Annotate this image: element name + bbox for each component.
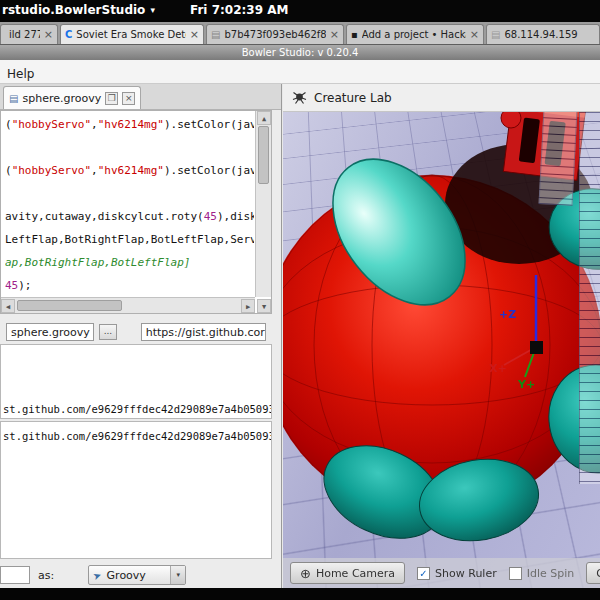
tab-favicon-icon: ▤: [211, 29, 220, 40]
vertical-scrollbar[interactable]: [255, 111, 271, 297]
creature-lab-title: Creature Lab: [314, 91, 392, 105]
app-menu-label: rstudio.BowlerStudio: [2, 3, 145, 17]
code-line: LeftFlap,BotRightFlap,BotLeftFlap,ServoF…: [5, 228, 254, 251]
app-menu[interactable]: rstudio.BowlerStudio ▾: [2, 3, 155, 17]
os-top-bar: rstudio.BowlerStudio ▾ Fri 7:02:39 AM: [0, 0, 600, 22]
script-editor-panel: ▤ sphere.groovy ❐ × ("hobbyServo","hv621…: [0, 84, 282, 588]
bottom-bar: [0, 588, 600, 600]
axis-label-z: +Z: [499, 308, 516, 321]
browser-tab[interactable]: ▪ Add a project • Hackada ×: [346, 24, 484, 44]
ruler-object: [539, 112, 578, 206]
code-line: [5, 182, 254, 205]
editor-tab-label: sphere.groovy: [22, 92, 101, 105]
scrollbar-thumb[interactable]: [258, 126, 269, 184]
tab-favicon-icon: ▪: [351, 29, 358, 40]
groovy-icon: ➤: [92, 568, 103, 581]
filename-input[interactable]: sphere.groovy: [6, 323, 94, 341]
ruler-object: [579, 112, 600, 484]
tab-favicon-icon: ▤: [491, 29, 500, 40]
language-value: Groovy: [107, 569, 146, 582]
code-line: 45);: [5, 274, 254, 296]
scroll-right-icon[interactable]: ▶: [241, 299, 255, 313]
show-ruler-option[interactable]: ✓ Show Ruler: [417, 567, 497, 580]
window-title: Bowler Studio: v 0.20.4: [242, 47, 359, 58]
restore-window-icon[interactable]: ❐: [105, 92, 118, 105]
code-lines: ("hobbyServo","hv6214mg").setColor(javaf…: [5, 113, 254, 296]
browser-tab[interactable]: ▤ b7b473f093eb462f82e ×: [206, 24, 344, 44]
bowler-studio-screen: rstudio.BowlerStudio ▾ Fri 7:02:39 AM il…: [0, 0, 600, 600]
scroll-left-icon[interactable]: ◀: [1, 299, 15, 313]
origin-cube: [530, 341, 543, 354]
tab-close-icon[interactable]: ×: [470, 28, 479, 41]
code-line: avity,cutaway,diskcylcut.roty(45),diskcy…: [5, 205, 254, 228]
code-line: ap,BotRightFlap,BotLeftFlap]: [5, 251, 254, 274]
script-file-icon: ▤: [9, 93, 18, 104]
3d-viewport[interactable]: +Z X+ Y+ ⊕ Home Camera ✓ Show Ruler Idle…: [283, 112, 600, 588]
creature-lab-panel: Creature Lab: [283, 84, 600, 588]
menu-bar: Help: [0, 60, 600, 84]
tab-label: 68.114.94.159: [504, 29, 577, 40]
tab-favicon-icon: C: [65, 29, 72, 40]
servo-knob: [501, 112, 521, 128]
close-tab-icon[interactable]: ×: [122, 92, 135, 105]
creature-lab-header: Creature Lab: [283, 84, 600, 112]
chevron-down-icon: ▾: [170, 566, 185, 584]
gist-pane-1[interactable]: st.github.com/e9629fffdec42d29089e7a4b05…: [0, 344, 272, 419]
scroll-up-icon[interactable]: ▲: [257, 111, 271, 125]
browser-tab[interactable]: ild 27775M ×: [0, 24, 58, 44]
tab-label: Soviet Era Smoke Detect: [76, 29, 185, 40]
home-camera-icon: ⊕: [300, 566, 311, 581]
code-editor[interactable]: ("hobbyServo","hv6214mg").setColor(javaf…: [0, 110, 272, 314]
save-as-row: as: ➤ Groovy ▾: [0, 562, 282, 588]
code-line: ("hobbyServo","hv6214mg").setColor(javaf…: [5, 159, 254, 182]
editor-tab-sphere-groovy[interactable]: ▤ sphere.groovy ❐ ×: [3, 86, 141, 109]
window-title-bar: Bowler Studio: v 0.20.4: [0, 44, 600, 60]
code-line: [5, 136, 254, 159]
tab-close-icon[interactable]: ×: [190, 28, 199, 41]
code-line: ("hobbyServo","hv6214mg").setColor(javaf…: [5, 113, 254, 136]
clear-label: Clear: [596, 567, 600, 580]
as-label: as:: [38, 569, 54, 582]
tab-close-icon[interactable]: ×: [44, 28, 53, 41]
scrollbar-thumb[interactable]: [17, 300, 122, 311]
file-fields-row: sphere.groovy ... https://gist.github.co…: [0, 320, 272, 344]
show-ruler-checkbox[interactable]: ✓: [417, 567, 430, 580]
idle-spin-option[interactable]: Idle Spin: [509, 567, 575, 580]
gist-url-text: st.github.com/e9629fffdec42d29089e7a4b05…: [3, 430, 272, 442]
clear-button[interactable]: Clear: [586, 562, 600, 584]
home-camera-button[interactable]: ⊕ Home Camera: [290, 562, 405, 584]
viewport-controls: ⊕ Home Camera ✓ Show Ruler Idle Spin Cle…: [283, 558, 600, 588]
axis-label-y: Y+: [517, 378, 535, 391]
gist-url-text: st.github.com/e9629fffdec42d29089e7a4b05…: [3, 403, 272, 415]
clock: Fri 7:02:39 AM: [190, 3, 288, 17]
gist-url-input[interactable]: https://gist.github.cor: [141, 323, 266, 341]
tab-label: b7b473f093eb462f82e: [224, 29, 325, 40]
tab-label: Add a project • Hackada: [362, 29, 466, 40]
tab-label: ild 27775M: [9, 29, 40, 40]
browser-tab-strip: ild 27775M × C Soviet Era Smoke Detect ×…: [0, 22, 600, 44]
language-dropdown[interactable]: ➤ Groovy ▾: [88, 565, 186, 585]
idle-spin-label: Idle Spin: [527, 567, 575, 580]
home-camera-label: Home Camera: [316, 567, 395, 580]
menu-help[interactable]: Help: [0, 65, 41, 83]
horizontal-scrollbar[interactable]: [1, 297, 255, 313]
gist-pane-2[interactable]: st.github.com/e9629fffdec42d29089e7a4b05…: [0, 421, 272, 559]
editor-tab-strip: ▤ sphere.groovy ❐ ×: [0, 84, 281, 110]
creature-icon: [292, 90, 307, 105]
chevron-down-icon: ▾: [150, 5, 155, 15]
tab-close-icon[interactable]: ×: [330, 28, 339, 41]
show-ruler-label: Show Ruler: [435, 567, 497, 580]
browser-tab[interactable]: ▤ 68.114.94.159: [486, 24, 600, 44]
scroll-down-icon[interactable]: ▼: [257, 299, 271, 313]
browse-button[interactable]: ...: [99, 324, 117, 340]
axis-label-x: X+: [489, 362, 507, 375]
idle-spin-checkbox[interactable]: [509, 567, 522, 580]
browser-tab[interactable]: C Soviet Era Smoke Detect ×: [60, 24, 204, 44]
save-name-input[interactable]: [0, 566, 30, 584]
